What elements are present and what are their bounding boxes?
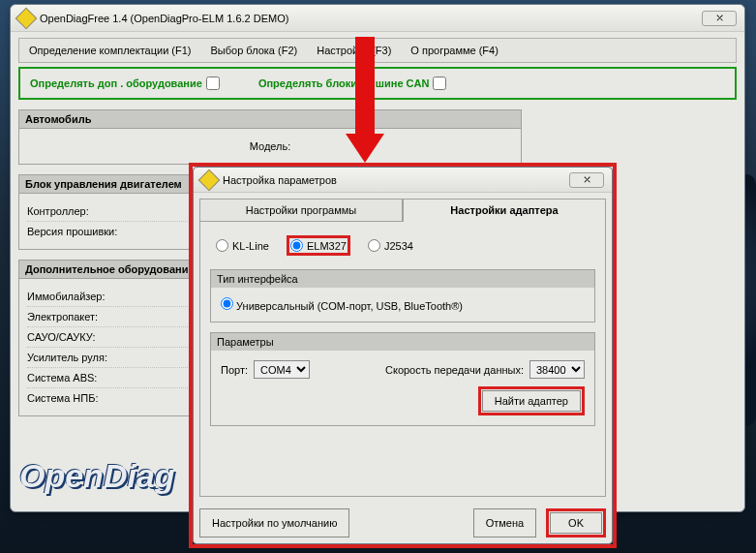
radio-j2534[interactable]: J2534 [368,235,413,256]
addon-row-0: Иммобилайзер: [27,291,163,302]
ecu-row-1: Версия прошивки: [27,226,163,237]
menu-item-f1[interactable]: Определение комплектации (F1) [29,45,192,56]
port-label: Порт: [221,364,248,376]
green-check1[interactable] [206,77,220,90]
params-group: Параметры Порт: COM4 Скорость передачи д… [210,332,595,426]
green-options: Определять доп . оборудование Определять… [18,67,737,100]
dialog-close-button[interactable]: ⤫ [569,172,604,188]
port-select[interactable]: COM4 [254,360,310,379]
menu-item-f2[interactable]: Выбор блока (F2) [211,45,298,56]
interface-group: Тип интерфейса Универсальный (COM-порт, … [210,269,595,323]
radio-kline[interactable]: KL-Line [216,235,269,256]
radio-elm327[interactable]: ELM327 [290,239,347,252]
cancel-button[interactable]: Отмена [473,508,536,538]
section-auto-title: Автомобиль [18,109,522,129]
tab-content: KL-Line ELM327 J2534 Тип интерфейса Унив… [199,222,606,497]
find-adapter-button[interactable]: Найти адаптер [482,390,581,412]
menu-item-f4[interactable]: О программе (F4) [410,45,499,56]
main-menu: Определение комплектации (F1) Выбор блок… [18,38,737,63]
ok-button[interactable]: OK [550,512,602,534]
model-label: Модель: [27,137,513,156]
dialog-title: Настройка параметров [223,174,569,186]
interface-option-universal[interactable]: Универсальный (COM-порт, USB, BlueTooth®… [221,300,463,312]
speed-label: Скорость передачи данных: [385,364,524,376]
dialog-titlebar: Настройка параметров ⤫ [194,168,612,193]
app-icon [15,7,38,29]
main-titlebar: OpenDiagFree 1.4 (OpenDiagPro-ELM 1.6.2 … [11,5,744,32]
main-title: OpenDiagFree 1.4 (OpenDiagPro-ELM 1.6.2 … [40,13,702,24]
dialog-icon [198,169,221,191]
brand-logo: OpenDiag [19,457,175,495]
tab-program-settings[interactable]: Настройки программы [199,199,403,222]
addon-row-3: Усилитель руля: [27,352,163,363]
speed-select[interactable]: 38400 [529,360,585,379]
adapter-type-row: KL-Line ELM327 J2534 [210,231,595,260]
addon-row-5: Система НПБ: [27,392,163,404]
settings-dialog: Настройка параметров ⤫ Настройки програм… [193,167,613,544]
menu-item-f3[interactable]: Настройки (F3) [317,45,391,56]
main-close-button[interactable]: ⤫ [702,11,737,26]
addon-row-2: САУО/САУКУ: [27,331,163,343]
dialog-highlight: Настройка параметров ⤫ Настройки програм… [189,163,617,548]
green-opt1[interactable]: Определять доп . оборудование [30,77,220,90]
addon-row-1: Электропакет: [27,311,163,323]
green-check2[interactable] [433,77,446,90]
params-group-title: Параметры [211,333,594,351]
green-opt2[interactable]: Определять блоки на шине CAN [258,77,447,90]
tab-adapter-settings[interactable]: Настройки адаптера [403,199,606,222]
section-auto-body: Модель: [18,129,522,165]
defaults-button[interactable]: Настройки по умолчанию [199,508,349,538]
addon-row-4: Система ABS: [27,372,163,384]
ecu-row-0: Контроллер: [27,205,163,217]
interface-group-title: Тип интерфейса [211,270,594,288]
dialog-tabs: Настройки программы Настройки адаптера [199,199,606,222]
dialog-buttons: Настройки по умолчанию Отмена OK [194,503,612,543]
